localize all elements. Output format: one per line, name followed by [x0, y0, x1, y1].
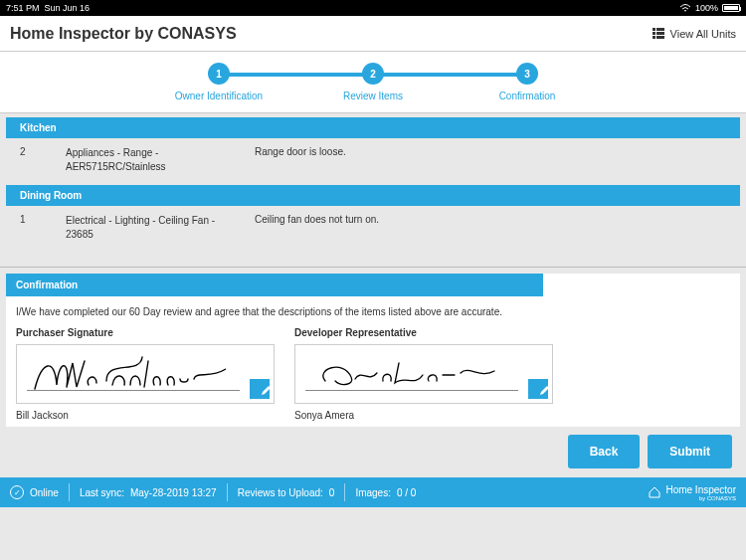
footer-online-status: ✓ Online: [10, 483, 70, 501]
edit-signature-button[interactable]: [250, 379, 270, 399]
pencil-icon: [538, 385, 550, 397]
last-sync-label: Last sync:: [80, 487, 124, 498]
purchaser-signature-box[interactable]: [16, 344, 275, 404]
battery-icon: [722, 4, 740, 12]
step-confirmation[interactable]: 3 Confirmation: [467, 63, 587, 101]
step-circle-1: 1: [208, 63, 230, 85]
reviews-label: Reviews to Upload:: [238, 487, 323, 498]
developer-signature-label: Developer Representative: [294, 327, 553, 338]
review-item-row[interactable]: 1 Electrical - Lighting - Ceiling Fan - …: [6, 206, 740, 249]
footer-last-sync: Last sync: May-28-2019 13:27: [70, 483, 228, 501]
item-path: Appliances - Range - AER5715RC/Stainless: [66, 146, 255, 173]
confirmation-panel: Confirmation I/We have completed our 60 …: [6, 274, 740, 427]
brand-sub: by CONASYS: [665, 495, 736, 501]
step-owner-identification[interactable]: 1 Owner Identification: [159, 63, 279, 101]
submit-button[interactable]: Submit: [648, 435, 732, 468]
last-sync-value: May-28-2019 13:27: [130, 487, 217, 498]
check-circle-icon: ✓: [10, 485, 24, 499]
confirmation-statement: I/We have completed our 60 Day review an…: [6, 296, 740, 327]
developer-name: Sonya Amera: [294, 410, 553, 421]
pencil-icon: [260, 385, 272, 397]
edit-signature-button[interactable]: [528, 379, 548, 399]
images-value: 0 / 0: [397, 487, 416, 498]
review-item-row[interactable]: 2 Appliances - Range - AER5715RC/Stainle…: [6, 138, 740, 181]
stepper: 1 Owner Identification 2 Review Items 3 …: [0, 52, 746, 113]
images-label: Images:: [355, 487, 391, 498]
footer-reviews-upload: Reviews to Upload: 0: [228, 483, 346, 501]
footer-brand: Home Inspector by CONASYS: [648, 484, 736, 501]
step-label-3: Confirmation: [499, 91, 556, 101]
item-number: 1: [20, 214, 66, 241]
action-button-row: Back Submit: [0, 433, 746, 477]
purchaser-signature-column: Purchaser Signature Bill Jackson: [16, 327, 275, 421]
view-all-label: View All Units: [670, 28, 736, 40]
section-header-dining-room: Dining Room: [6, 185, 740, 206]
step-label-1: Owner Identification: [175, 91, 263, 101]
app-title: Home Inspector by CONASYS: [10, 25, 237, 43]
wifi-icon: [679, 4, 691, 13]
status-time: 7:51 PM Sun Jun 16: [6, 3, 90, 13]
status-date-text: Sun Jun 16: [45, 3, 91, 13]
purchaser-name: Bill Jackson: [16, 410, 275, 421]
section-header-kitchen: Kitchen: [6, 117, 740, 138]
status-bar: 7:51 PM Sun Jun 16 100%: [0, 0, 746, 16]
reviews-value: 0: [329, 487, 335, 498]
battery-pct: 100%: [695, 3, 718, 13]
back-button[interactable]: Back: [568, 435, 641, 468]
confirmation-header: Confirmation: [6, 274, 543, 296]
signature-image: [27, 351, 226, 395]
footer-images: Images: 0 / 0: [345, 483, 426, 501]
item-description: Range door is loose.: [255, 146, 726, 173]
home-icon: [648, 485, 661, 499]
step-circle-3: 3: [516, 63, 538, 85]
app-header: Home Inspector by CONASYS View All Units: [0, 16, 746, 52]
review-items-panel: Kitchen 2 Appliances - Range - AER5715RC…: [0, 113, 746, 263]
list-icon: [653, 28, 664, 40]
status-time-text: 7:51 PM: [6, 3, 40, 13]
view-all-units-button[interactable]: View All Units: [653, 28, 736, 40]
step-review-items[interactable]: 2 Review Items: [313, 63, 433, 101]
step-label-2: Review Items: [343, 91, 403, 101]
footer-bar: ✓ Online Last sync: May-28-2019 13:27 Re…: [0, 477, 746, 507]
item-description: Ceiling fan does not turn on.: [255, 214, 726, 241]
step-circle-2: 2: [362, 63, 384, 85]
item-path: Electrical - Lighting - Ceiling Fan - 23…: [66, 214, 255, 241]
item-number: 2: [20, 146, 66, 173]
online-label: Online: [30, 487, 59, 498]
developer-signature-column: Developer Representative Sonya Amera: [294, 327, 553, 421]
divider: [0, 267, 746, 268]
signature-image: [305, 351, 504, 395]
brand-main: Home Inspector: [665, 484, 736, 495]
purchaser-signature-label: Purchaser Signature: [16, 327, 275, 338]
developer-signature-box[interactable]: [294, 344, 553, 404]
